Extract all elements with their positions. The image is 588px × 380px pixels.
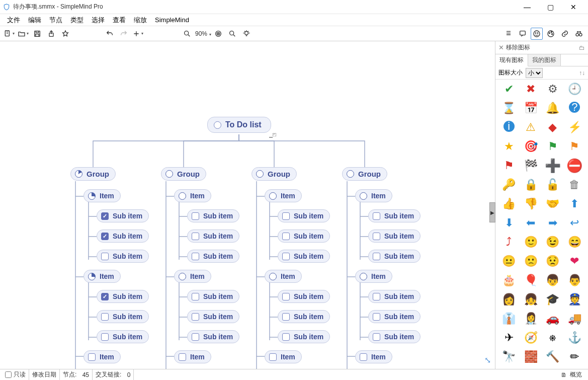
hourglass-icon[interactable]: ⌛ xyxy=(501,102,517,115)
open-folder-button[interactable] xyxy=(17,28,29,40)
menu-simplemind[interactable]: SimpleMind xyxy=(152,15,192,25)
plane-icon[interactable]: ✈ xyxy=(501,331,517,344)
checkbox-icon[interactable] xyxy=(101,233,109,240)
checkbox-icon[interactable] xyxy=(192,333,199,341)
checkbox-icon[interactable] xyxy=(282,333,290,341)
info-icon[interactable]: i xyxy=(503,121,515,132)
subitem-node[interactable]: Sub item xyxy=(368,330,421,343)
checkbox-icon[interactable] xyxy=(373,293,380,300)
subitem-node[interactable]: Sub item xyxy=(187,230,239,243)
pencil-icon[interactable]: ✏ xyxy=(566,350,582,363)
error-diamond-icon[interactable]: ◆ xyxy=(545,121,561,134)
checkbox-icon[interactable] xyxy=(373,253,380,260)
subitem-node[interactable]: Sub item xyxy=(278,230,330,243)
lightning-icon[interactable]: ⚡ xyxy=(566,121,582,134)
neutral-icon[interactable]: 😐 xyxy=(501,255,517,268)
minimize-button[interactable]: — xyxy=(516,0,539,14)
checkbox-icon[interactable] xyxy=(101,293,109,300)
hammer-icon[interactable]: 🔨 xyxy=(545,350,561,363)
wink-icon[interactable]: 😉 xyxy=(545,236,561,249)
add-node-button[interactable] xyxy=(132,28,144,40)
group-node[interactable]: Group xyxy=(251,167,297,181)
target-button[interactable] xyxy=(212,28,224,40)
checkbox-icon[interactable] xyxy=(192,212,199,220)
menu-file[interactable]: 文件 xyxy=(4,15,23,26)
zoom-icon[interactable] xyxy=(181,28,193,40)
icon-size-select[interactable]: 小 xyxy=(526,68,543,78)
subitem-node[interactable]: Sub item xyxy=(97,330,149,343)
subitem-node[interactable]: Sub item xyxy=(97,290,149,303)
handshake-icon[interactable]: 🤝 xyxy=(545,197,561,210)
checkbox-icon[interactable] xyxy=(192,313,199,321)
key-icon[interactable]: 🔑 xyxy=(501,178,517,191)
binoculars-icon[interactable]: 🔭 xyxy=(501,350,517,363)
menu-view[interactable]: 查看 xyxy=(110,15,129,26)
police-icon[interactable]: 👮 xyxy=(566,293,582,306)
open-folder-icon[interactable]: 🗀 xyxy=(579,44,585,51)
emoji-panel-button[interactable] xyxy=(531,28,543,40)
question-icon[interactable]: ? xyxy=(569,102,580,113)
checkbox-icon[interactable] xyxy=(282,313,290,321)
subitem-node[interactable]: Sub item xyxy=(187,250,239,263)
bricks-icon[interactable]: 🧱 xyxy=(523,350,539,363)
arrow-down-circle-icon[interactable]: ⬇ xyxy=(501,216,517,230)
subitem-node[interactable]: Sub item xyxy=(368,250,421,263)
subitem-node[interactable]: Sub item xyxy=(278,250,330,263)
checkered-flag-icon[interactable]: 🏁 xyxy=(523,159,539,172)
menu-zoom[interactable]: 缩放 xyxy=(131,15,150,26)
arrow-left-circle-icon[interactable]: ⬅ xyxy=(523,216,539,230)
save-button[interactable] xyxy=(31,28,43,40)
item-node[interactable]: Item xyxy=(265,189,302,202)
item-node[interactable]: Item xyxy=(83,270,121,283)
maximize-button[interactable]: ▢ xyxy=(539,0,562,14)
menu-select[interactable]: 选择 xyxy=(89,15,108,26)
checkbox-icon[interactable] xyxy=(192,293,199,300)
checkbox-icon[interactable] xyxy=(101,212,109,220)
car-icon[interactable]: 🚗 xyxy=(545,312,561,325)
checkbox-icon[interactable] xyxy=(282,253,290,260)
subitem-node[interactable]: Sub item xyxy=(368,310,421,323)
checkbox-icon[interactable] xyxy=(373,212,380,220)
remove-icon-label[interactable]: 移除图标 xyxy=(506,43,530,52)
item-node[interactable]: Item xyxy=(174,350,211,363)
item-node[interactable]: Item xyxy=(355,189,392,202)
resize-handle-icon[interactable]: ⤡ xyxy=(484,355,491,365)
checkbox-icon[interactable] xyxy=(282,233,290,240)
outline-panel-button[interactable] xyxy=(502,28,515,40)
subitem-node[interactable]: Sub item xyxy=(97,209,149,222)
checkbox-icon[interactable] xyxy=(101,333,109,341)
bell-icon[interactable]: 🔔 xyxy=(545,102,561,115)
person-woman-icon[interactable]: 👩 xyxy=(501,293,517,306)
subitem-node[interactable]: Sub item xyxy=(368,230,421,243)
person-girl-icon[interactable]: 👧 xyxy=(523,293,539,306)
subitem-node[interactable]: Sub item xyxy=(278,290,330,303)
status-preview[interactable]: 🗎概览 xyxy=(557,370,586,379)
worried-icon[interactable]: 😟 xyxy=(545,255,561,268)
binoculars-panel-button[interactable] xyxy=(573,28,585,40)
item-node[interactable]: Item xyxy=(265,270,302,283)
arrow-return-icon[interactable]: ↩ xyxy=(566,216,582,230)
style-panel-button[interactable] xyxy=(545,28,557,40)
person-man-icon[interactable]: 👨 xyxy=(566,274,582,287)
flag-red-icon[interactable]: ⚑ xyxy=(501,159,517,172)
sort-icon[interactable]: ↑↓ xyxy=(579,69,585,77)
heart-icon[interactable]: ❤ xyxy=(566,255,582,268)
close-button[interactable]: ✕ xyxy=(562,0,585,14)
checkbox-icon[interactable] xyxy=(269,353,277,361)
checkbox-icon[interactable] xyxy=(88,353,96,361)
grin-icon[interactable]: 😄 xyxy=(566,236,582,249)
doctor-icon[interactable]: 👩‍⚕️ xyxy=(523,312,539,325)
sad-icon[interactable]: 🙁 xyxy=(523,255,539,268)
cake-icon[interactable]: 🎂 xyxy=(501,274,517,287)
canvas[interactable]: To Do listGroupItemSub itemSub itemSub i… xyxy=(0,41,495,369)
minus-circle-icon[interactable]: ⛔ xyxy=(566,159,582,172)
collapse-handle[interactable]: ▶ xyxy=(489,202,495,222)
subitem-node[interactable]: Sub item xyxy=(97,250,149,263)
star-button[interactable] xyxy=(59,28,71,40)
zoom-dropdown[interactable] xyxy=(208,30,211,37)
subitem-node[interactable]: Sub item xyxy=(278,330,330,343)
menu-edit[interactable]: 编辑 xyxy=(25,15,44,26)
subitem-node[interactable]: Sub item xyxy=(368,290,421,303)
share-button[interactable] xyxy=(45,28,57,40)
group-node[interactable]: Group xyxy=(342,167,387,181)
